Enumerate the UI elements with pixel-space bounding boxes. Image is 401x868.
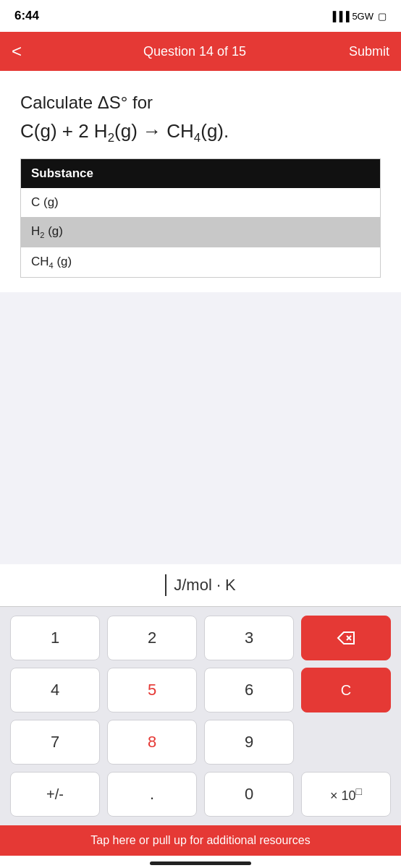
substance-cell: C (g) <box>21 188 381 217</box>
status-time: 6:44 <box>14 9 39 23</box>
nav-bar: < Question 14 of 15 Submit <box>0 32 401 71</box>
question-equation: C(g) + 2 H2(g) → CH4(g). <box>20 120 381 145</box>
submit-button[interactable]: Submit <box>349 44 389 59</box>
table-row: C (g) <box>21 188 381 217</box>
key-8[interactable]: 8 <box>107 720 197 765</box>
key-4[interactable]: 4 <box>10 668 100 712</box>
key-3[interactable]: 3 <box>204 616 294 660</box>
bottom-banner[interactable]: Tap here or pull up for additional resou… <box>0 825 401 856</box>
bottom-banner-text: Tap here or pull up for additional resou… <box>90 834 310 846</box>
clear-button[interactable]: C <box>301 668 391 712</box>
decimal-button[interactable]: . <box>107 772 197 817</box>
key-1[interactable]: 1 <box>10 616 100 660</box>
key-5[interactable]: 5 <box>107 668 197 712</box>
substance-table: Substance C (g) H2 (g) CH4 (g) <box>20 158 381 278</box>
unit-label: J/mol · K <box>174 576 236 595</box>
back-button[interactable]: < <box>12 41 41 61</box>
plus-minus-button[interactable]: +/- <box>10 772 100 817</box>
substance-cell: CH4 (g) <box>21 247 381 278</box>
home-indicator-area <box>0 856 401 868</box>
key-2[interactable]: 2 <box>107 616 197 660</box>
backspace-icon <box>337 631 355 645</box>
input-display: J/mol · K <box>0 564 401 607</box>
table-row: H2 (g) <box>21 217 381 247</box>
status-icons: ▐▐▐ 5GW ▢ <box>329 11 387 22</box>
key-6[interactable]: 6 <box>204 668 294 712</box>
keypad: 1 2 3 4 5 6 C 7 8 9 +/- . 0 × 10□ <box>0 607 401 825</box>
substance-cell: H2 (g) <box>21 217 381 247</box>
table-header: Substance <box>21 159 381 189</box>
battery-icon: ▢ <box>378 11 387 22</box>
home-bar <box>150 861 251 865</box>
backspace-button[interactable] <box>301 616 391 660</box>
calculator-area: J/mol · K 1 2 3 4 5 6 C 7 8 9 +/- . 0 × … <box>0 564 401 868</box>
question-instruction: Calculate ΔS° for <box>20 93 381 113</box>
spacer <box>0 292 401 553</box>
key-7[interactable]: 7 <box>10 720 100 765</box>
x10-button[interactable]: × 10□ <box>301 772 391 817</box>
key-0[interactable]: 0 <box>204 772 294 817</box>
table-row: CH4 (g) <box>21 247 381 278</box>
text-cursor <box>165 574 166 596</box>
key-9[interactable]: 9 <box>204 720 294 765</box>
signal-icon: ▐▐▐ 5GW <box>329 11 373 22</box>
x10-label: × 10□ <box>330 786 362 804</box>
question-progress: Question 14 of 15 <box>143 44 246 59</box>
question-area: Calculate ΔS° for C(g) + 2 H2(g) → CH4(g… <box>0 71 401 292</box>
status-bar: 6:44 ▐▐▐ 5GW ▢ <box>0 0 401 32</box>
